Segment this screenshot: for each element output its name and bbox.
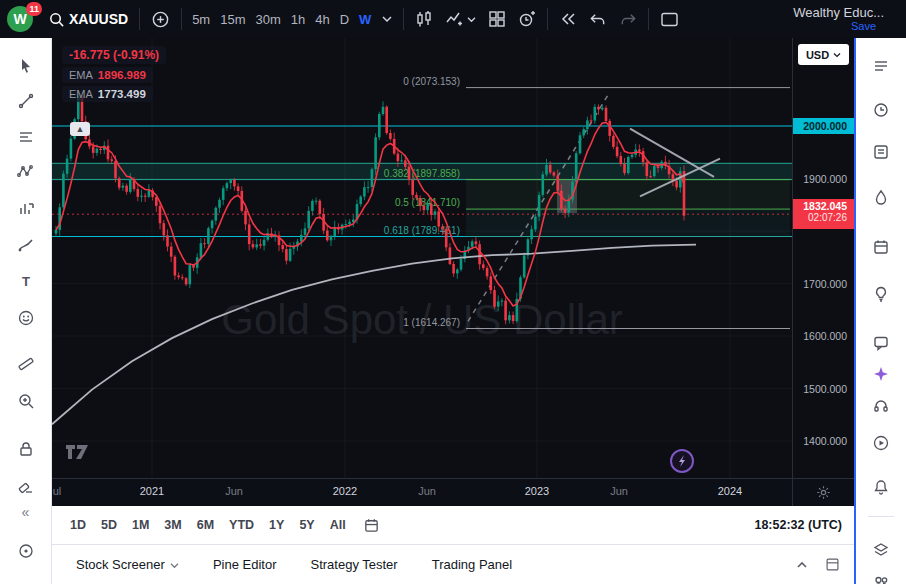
bottom-panel-tabs: Stock Screener Pine Editor Strategy Test… (52, 544, 854, 584)
watchlist-icon[interactable] (864, 49, 898, 83)
create-alert-button[interactable] (512, 6, 542, 32)
notes-icon[interactable] (864, 135, 898, 169)
brush-tool-icon[interactable] (9, 228, 43, 262)
price-change-value: -16.775 (-0.91%) (69, 48, 159, 62)
xabcd-pattern-tool-icon[interactable] (9, 155, 43, 189)
alert-clock-icon (518, 10, 536, 28)
range-6m[interactable]: 6M (197, 518, 214, 532)
timeframe-5m[interactable]: 5m (187, 8, 215, 31)
range-1y[interactable]: 1Y (269, 518, 284, 532)
price-tick: 1600.000 (803, 329, 854, 343)
timeframe-1d[interactable]: D (335, 8, 354, 31)
range-3m[interactable]: 3M (164, 518, 181, 532)
legend-ema-fast-row[interactable]: EMA 1896.989 (62, 67, 153, 83)
bar-replay-button[interactable] (553, 6, 583, 32)
support-headset-icon[interactable] (864, 389, 898, 423)
tab-label: Trading Panel (432, 557, 512, 572)
compare-add-button[interactable] (145, 6, 176, 33)
notifications-bell-icon[interactable] (864, 470, 898, 504)
range-all[interactable]: All (330, 518, 346, 532)
fullscreen-button[interactable] (654, 7, 685, 32)
layout-grid-button[interactable] (482, 6, 512, 32)
tab-stock-screener[interactable]: Stock Screener (76, 557, 179, 572)
divider (547, 8, 548, 30)
forecast-tool-icon[interactable] (9, 191, 43, 225)
chat-icon[interactable] (864, 326, 898, 360)
ai-sparkle-icon[interactable] (864, 357, 898, 391)
range-ytd[interactable]: YTD (229, 518, 254, 532)
layout-name: Wealthy Educ... (793, 5, 884, 21)
range-1d[interactable]: 1D (70, 518, 86, 532)
tab-pine-editor[interactable]: Pine Editor (213, 557, 277, 572)
legend-change-row[interactable]: -16.775 (-0.91%) (62, 46, 166, 64)
community-people-icon[interactable] (864, 565, 898, 584)
tab-strategy-tester[interactable]: Strategy Tester (310, 557, 397, 572)
hotlists-flame-icon[interactable] (864, 181, 898, 215)
price-tick: 1500.000 (803, 382, 854, 396)
range-5d[interactable]: 5D (101, 518, 117, 532)
chart-style-button[interactable] (409, 6, 439, 32)
lock-drawings-icon[interactable] (9, 432, 43, 466)
tab-trading-panel[interactable]: Trading Panel (432, 557, 512, 572)
time-tick: 2021 (137, 485, 167, 497)
collapse-toolbar-icon[interactable]: « (9, 500, 43, 524)
frame-icon (660, 11, 679, 28)
symbol-search-button[interactable]: XAUUSD (42, 7, 134, 32)
symbol-name: XAUUSD (69, 11, 128, 27)
measure-ruler-icon[interactable] (9, 347, 43, 381)
save-button[interactable]: Save (851, 20, 876, 33)
layers-icon[interactable] (864, 533, 898, 567)
chart-canvas[interactable]: Gold Spot / US Dollar0 (2073.153)0.382 (… (52, 38, 792, 478)
user-menu-button[interactable]: W 11 (6, 4, 38, 34)
date-range-bar: 1D 5D 1M 3M 6M YTD 1Y 5Y All 18:52:32 (U… (52, 506, 854, 544)
cursor-tool-icon[interactable] (9, 49, 43, 83)
panel-expand-chevron-icon[interactable] (795, 559, 809, 571)
range-5y[interactable]: 5Y (299, 518, 314, 532)
currency-toggle[interactable]: USD (798, 44, 849, 65)
legend-collapse-button[interactable]: ▲ (70, 122, 90, 136)
timeframe-30m[interactable]: 30m (250, 8, 285, 31)
drawing-price-label: 2000.000 (793, 118, 854, 134)
divider (403, 8, 404, 30)
time-tick: Jun (604, 485, 634, 497)
text-tool-icon[interactable]: T (9, 264, 43, 298)
indicators-button[interactable] (439, 6, 482, 32)
timeframe-15m[interactable]: 15m (215, 8, 250, 31)
go-to-date-icon[interactable] (363, 517, 380, 534)
layout-name-menu[interactable]: Wealthy Educ... Save (793, 5, 900, 34)
undo-button[interactable] (583, 7, 613, 32)
alerts-clock-icon[interactable] (864, 93, 898, 127)
calendar-icon[interactable] (864, 230, 898, 264)
indicators-icon (445, 10, 463, 28)
right-sidebar (854, 38, 906, 584)
chevron-down-icon (170, 557, 179, 572)
emoji-tool-icon[interactable] (9, 301, 43, 335)
timeframe-1w-active[interactable]: W (354, 8, 376, 31)
session-clock[interactable]: 18:52:32 (UTC) (754, 518, 842, 532)
eraser-tool-icon[interactable] (9, 469, 43, 503)
horizontal-lines-tool-icon[interactable] (9, 120, 43, 154)
timeframe-menu-button[interactable] (376, 11, 398, 27)
range-1m[interactable]: 1M (132, 518, 149, 532)
chevron-down-icon (467, 16, 476, 23)
plus-circle-icon (151, 10, 170, 29)
replay-play-icon[interactable] (864, 426, 898, 460)
legend-ema-slow-row[interactable]: EMA 1773.499 (62, 86, 153, 102)
time-tick: 2024 (715, 485, 745, 497)
ideas-bulb-icon[interactable] (864, 277, 898, 311)
timeframe-1h[interactable]: 1h (286, 8, 310, 31)
ema-fast-value: 1896.989 (98, 69, 146, 81)
timeframe-4h[interactable]: 4h (310, 8, 334, 31)
time-tick: 2022 (330, 485, 360, 497)
object-target-icon[interactable] (9, 534, 43, 568)
redo-button[interactable] (613, 7, 643, 32)
price-axis[interactable]: USD 2000.0001900.0001832.04502:07:261700… (792, 38, 854, 478)
trend-line-tool-icon[interactable] (9, 84, 43, 118)
time-axis[interactable]: ul2021Jun2022Jun2023Jun2024 (52, 478, 854, 506)
panel-maximize-icon[interactable] (825, 557, 840, 572)
candlestick-chart[interactable]: Gold Spot / US Dollar0 (2073.153)0.382 (… (52, 38, 792, 478)
last-price-label: 1832.04502:07:26 (793, 199, 854, 229)
zoom-in-icon[interactable] (9, 384, 43, 418)
divider (181, 8, 182, 30)
axis-settings-gear-icon[interactable] (792, 479, 854, 506)
